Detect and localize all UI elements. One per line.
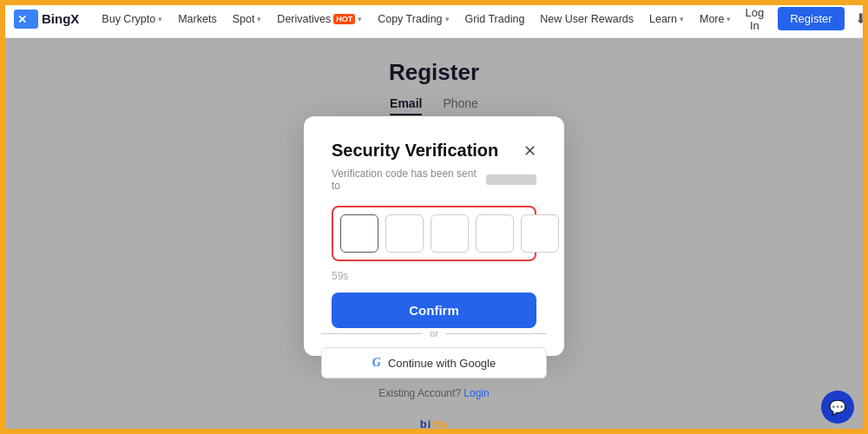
google-icon: G	[372, 356, 381, 370]
nav-buy-crypto[interactable]: Buy Crypto ▾	[95, 10, 169, 29]
nav-learn[interactable]: Learn ▾	[642, 10, 691, 29]
nav-grid-trading[interactable]: Grid Trading	[458, 10, 532, 29]
nav-markets[interactable]: Markets	[171, 10, 223, 29]
modal-close-button[interactable]: ✕	[523, 143, 536, 159]
bingx-logo-icon: ✕	[14, 10, 38, 29]
bitfa-watermark: bitfa	[420, 418, 448, 431]
chevron-down-icon: ▾	[257, 15, 261, 23]
download-button[interactable]: ⬇	[852, 7, 868, 30]
chevron-down-icon: ▾	[727, 15, 731, 23]
navbar-right: Log In Register ⬇ 🌐	[738, 3, 868, 36]
code-input-5[interactable]	[521, 214, 559, 253]
code-input-3[interactable]	[431, 214, 469, 253]
bottom-area: or G Continue with Google Existing Accou…	[321, 328, 547, 399]
security-verification-modal: Security Verification ✕ Verification cod…	[304, 116, 564, 356]
chevron-down-icon: ▾	[158, 15, 162, 23]
login-link[interactable]: Login	[464, 387, 489, 399]
svg-text:✕: ✕	[17, 13, 27, 26]
nav-derivatives[interactable]: Derivatives HOT ▾	[270, 10, 369, 29]
code-input-1[interactable]	[340, 214, 378, 253]
modal-header: Security Verification ✕	[332, 141, 536, 161]
nav-items: Buy Crypto ▾ Markets Spot ▾ Derivatives …	[95, 10, 738, 29]
confirm-button[interactable]: Confirm	[332, 293, 536, 328]
navbar: ✕ BingX Buy Crypto ▾ Markets Spot ▾ Deri…	[0, 0, 868, 38]
code-inputs-wrapper	[332, 206, 536, 261]
google-signin-button[interactable]: G Continue with Google	[321, 347, 547, 378]
or-text: or	[430, 328, 438, 339]
code-input-4[interactable]	[476, 214, 514, 253]
chevron-down-icon: ▾	[358, 15, 362, 23]
nav-copy-trading[interactable]: Copy Trading ▾	[371, 10, 456, 29]
or-line-left	[321, 333, 423, 334]
existing-account-text: Existing Account? Login	[378, 387, 489, 399]
chevron-down-icon: ▾	[680, 15, 684, 23]
register-button[interactable]: Register	[778, 7, 844, 30]
login-button[interactable]: Log In	[738, 3, 771, 36]
logo[interactable]: ✕ BingX	[14, 10, 79, 29]
timer-text: 59s	[332, 270, 536, 282]
email-blur	[486, 174, 536, 185]
modal-title: Security Verification	[332, 141, 498, 161]
chat-support-button[interactable]: 💬	[821, 391, 854, 424]
code-input-2[interactable]	[385, 214, 424, 253]
main-content: Register Email Phone Security Verificati…	[0, 38, 868, 434]
chat-icon: 💬	[829, 399, 846, 416]
nav-new-user-rewards[interactable]: New User Rewards	[533, 10, 641, 29]
nav-more[interactable]: More ▾	[693, 10, 738, 29]
logo-text: BingX	[42, 11, 79, 26]
nav-spot[interactable]: Spot ▾	[226, 10, 269, 29]
watermark-colored: tfa	[431, 418, 448, 431]
chevron-down-icon: ▾	[445, 15, 450, 23]
hot-badge: HOT	[333, 14, 355, 24]
or-line-right	[445, 333, 547, 334]
modal-subtitle: Verification code has been sent to	[332, 168, 536, 192]
or-divider: or	[321, 328, 547, 339]
watermark-dark: bi	[420, 418, 432, 431]
